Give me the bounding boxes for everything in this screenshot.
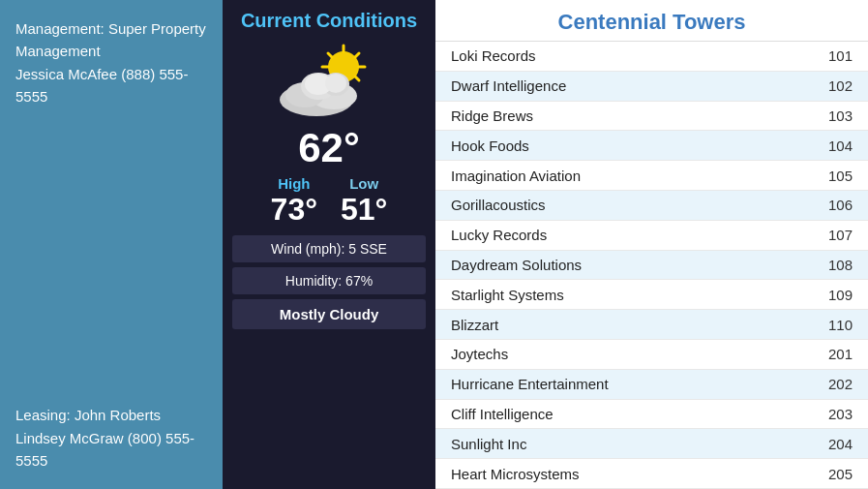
management-label: Management: Super Property Management [15,20,206,59]
table-row: Ridge Brews103 [435,101,868,131]
high-block: High 73° [271,175,317,228]
tenant-suite: 110 [810,310,868,340]
wind-bar: Wind (mph): 5 SSE [232,235,426,262]
tenant-name: Joytechs [435,339,810,369]
humidity-bar: Humidity: 67% [232,267,426,294]
table-row: Lucky Records107 [435,220,868,250]
table-row: Hurricane Entertainment202 [435,369,868,399]
tenant-name: Gorillacoustics [435,190,810,220]
table-row: Daydream Solutions108 [435,250,868,280]
tenant-suite: 105 [810,161,868,191]
table-row: Imagination Aviation105 [435,161,868,191]
building-title: Centennial Towers [435,0,868,42]
tenant-name: Hook Foods [435,131,810,161]
tenant-suite: 202 [810,369,868,399]
tenant-name: Cliff Intelligence [435,399,810,429]
left-panel: Management: Super Property Management Je… [0,0,223,489]
table-row: Dwarf Intelligence102 [435,71,868,101]
tenant-suite: 204 [810,429,868,459]
table-row: Joytechs201 [435,339,868,369]
tenant-suite: 102 [810,71,868,101]
table-row: Gorillacoustics106 [435,190,868,220]
svg-line-6 [355,76,359,80]
tenant-suite: 107 [810,220,868,250]
svg-line-8 [355,53,359,57]
table-row: Blizzart110 [435,310,868,340]
leasing-block: Leasing: John Roberts Lindsey McGraw (80… [15,404,207,472]
table-row: Cliff Intelligence203 [435,399,868,429]
low-block: Low 51° [341,175,387,228]
tenant-suite: 205 [810,459,868,489]
low-value: 51° [341,192,387,228]
svg-point-15 [325,74,346,93]
management-contact: Jessica McAfee (888) 555-5555 [15,66,188,105]
tenant-suite: 101 [810,42,868,71]
leasing-label: Leasing: John Roberts [15,407,161,423]
management-block: Management: Super Property Management Je… [15,17,207,107]
tenant-name: Blizzart [435,310,810,340]
leasing-contact: Lindsey McGraw (800) 555-5555 [15,430,195,469]
weather-panel: Current Conditions 62° High 73° Low 51° [223,0,435,489]
tenant-suite: 104 [810,131,868,161]
tenant-name: Dwarf Intelligence [435,71,810,101]
tenant-suite: 203 [810,399,868,429]
tenant-name: Lucky Records [435,220,810,250]
table-row: Heart Microsystems205 [435,459,868,489]
svg-line-5 [328,53,332,57]
tenant-name: Ridge Brews [435,101,810,131]
tenant-name: Hurricane Entertainment [435,369,810,399]
table-row: Starlight Systems109 [435,280,868,310]
tenant-suite: 109 [810,280,868,310]
tenant-suite: 201 [810,339,868,369]
table-row: Sunlight Inc204 [435,429,868,459]
tenant-table: Loki Records101Dwarf Intelligence102Ridg… [435,42,868,489]
tenant-suite: 103 [810,101,868,131]
weather-icon [276,42,382,119]
tenant-name: Heart Microsystems [435,459,810,489]
tenant-name: Daydream Solutions [435,250,810,280]
high-value: 73° [271,192,317,228]
tenant-name: Imagination Aviation [435,161,810,191]
condition-bar: Mostly Cloudy [232,299,426,329]
temperature: 62° [298,125,360,171]
low-label: Low [349,175,378,192]
table-row: Loki Records101 [435,42,868,71]
high-label: High [278,175,310,192]
right-panel: Centennial Towers Loki Records101Dwarf I… [435,0,868,489]
tenant-name: Sunlight Inc [435,429,810,459]
tenant-name: Starlight Systems [435,280,810,310]
conditions-title: Current Conditions [241,10,417,32]
tenant-suite: 106 [810,190,868,220]
tenant-suite: 108 [810,250,868,280]
high-low-row: High 73° Low 51° [271,175,388,228]
table-row: Hook Foods104 [435,131,868,161]
tenant-name: Loki Records [435,42,810,71]
